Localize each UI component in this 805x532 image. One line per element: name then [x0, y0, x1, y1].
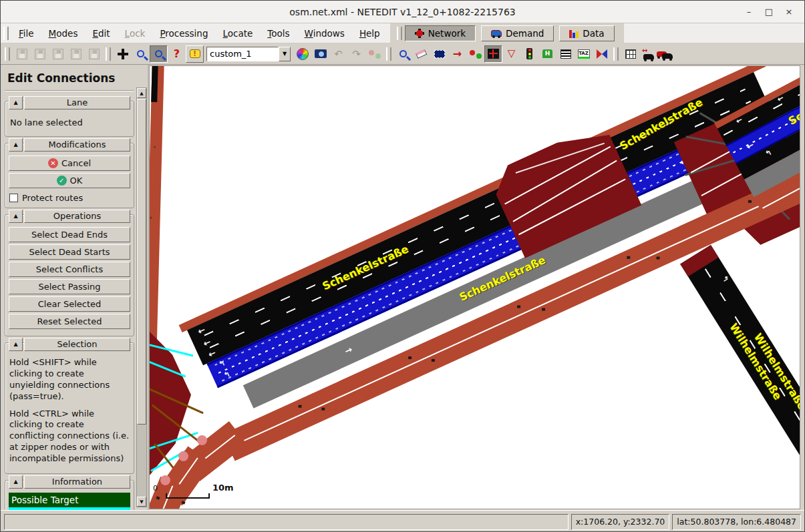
toggle-grid-button[interactable] — [621, 45, 639, 63]
zoom-button[interactable] — [132, 45, 150, 63]
cursor-xy-readout: x:1706.20, y:2332.70 — [571, 514, 670, 530]
menu-file[interactable]: File — [11, 25, 41, 41]
modifications-frame: ▲ Modifications ✕ Cancel ✓ OK Protect ro… — [5, 143, 134, 208]
magnifier-icon — [137, 50, 144, 57]
menu-modes[interactable]: Modes — [41, 25, 86, 41]
select-dead-starts-button[interactable]: Select Dead Starts — [9, 244, 130, 260]
minimize-button[interactable]: – — [740, 5, 758, 19]
mode-prohibition-button[interactable]: ▽ — [502, 45, 520, 63]
select-passing-button[interactable]: Select Passing — [9, 279, 130, 294]
tooltip-toggle-button[interactable]: ! — [186, 45, 204, 63]
ok-check-icon: ✓ — [57, 176, 67, 186]
zoom-style-button[interactable] — [150, 45, 168, 63]
collapse-selection-button[interactable]: ▲ — [9, 338, 23, 351]
taz-icon: TAZ — [578, 49, 590, 59]
mode-shape-button[interactable] — [593, 45, 611, 63]
collapse-lane-button[interactable]: ▲ — [9, 96, 23, 109]
window-title: osm.net.xml - NETEDIT v1_12_0+1082-22157… — [1, 7, 804, 17]
undo-button[interactable]: ↶ — [329, 45, 347, 63]
network-icon — [415, 29, 424, 38]
menu-locate[interactable]: Locate — [215, 25, 260, 41]
legend-source-lane: Source lane — [9, 507, 130, 510]
clear-selected-button[interactable]: Clear Selected — [9, 296, 130, 312]
pan-view-button[interactable] — [114, 45, 132, 63]
close-button[interactable]: × — [780, 5, 798, 19]
network-view-canvas[interactable]: ← ← ← ↰ ↰ ← → — [149, 65, 800, 509]
panel-scrollbar[interactable]: ▲ ▼ — [136, 87, 147, 507]
scrollbar-thumb[interactable] — [137, 99, 146, 425]
junction-node[interactable] — [160, 475, 170, 485]
menu-edit[interactable]: Edit — [85, 25, 117, 41]
information-frame-title[interactable]: Information — [24, 475, 130, 489]
collapse-operations-button[interactable]: ▲ — [9, 210, 23, 223]
select-conflicts-button[interactable]: Select Conflicts — [9, 262, 130, 277]
color-scheme-button[interactable] — [293, 45, 311, 63]
select-dead-ends-button[interactable]: Select Dead Ends — [9, 227, 130, 242]
junction-node[interactable] — [197, 435, 207, 445]
tab-network-label: Network — [428, 28, 466, 39]
mode-move-button[interactable]: → — [448, 45, 466, 63]
menu-tools[interactable]: Tools — [260, 25, 297, 41]
ok-label: OK — [70, 176, 83, 186]
edit-connections-panel: Edit Connections ▲ Lane No lane selected… — [1, 65, 149, 510]
mode-crossing-button[interactable] — [556, 45, 575, 63]
modifications-frame-title[interactable]: Modifications — [24, 138, 130, 152]
redo-icon: ↷ — [352, 48, 361, 60]
mode-additional-button[interactable]: H — [538, 45, 556, 63]
mode-create-edge-button[interactable] — [466, 45, 484, 63]
compute-join-button[interactable] — [365, 45, 383, 63]
combobox-dropdown-button[interactable]: ▼ — [279, 47, 291, 61]
tab-data[interactable]: Data — [559, 25, 614, 41]
view-toolbar-gripper — [106, 47, 111, 61]
edge-type-value[interactable]: custom_1 — [206, 47, 279, 61]
scale-bar-tick — [166, 493, 167, 499]
save-plain-button[interactable] — [31, 45, 49, 63]
save-additionals-button[interactable] — [49, 45, 67, 63]
tab-network[interactable]: Network — [405, 25, 476, 41]
lane-frame: ▲ Lane No lane selected — [5, 101, 134, 137]
junction-node[interactable] — [178, 451, 188, 461]
scroll-down-button[interactable]: ▼ — [137, 497, 146, 507]
scroll-up-button[interactable]: ▲ — [137, 88, 146, 98]
ok-button[interactable]: ✓ OK — [9, 173, 130, 188]
options-toolbar-gripper — [613, 47, 619, 61]
save-network-button[interactable] — [13, 45, 31, 63]
mode-inspect-button[interactable] — [394, 45, 412, 63]
menu-windows[interactable]: Windows — [297, 25, 352, 41]
traffic-light-icon — [526, 48, 532, 59]
cancel-button[interactable]: ✕ Cancel — [9, 156, 130, 171]
protect-routes-checkbox[interactable] — [9, 194, 18, 202]
save-demand-button[interactable] — [67, 45, 85, 63]
menu-lock[interactable]: Lock — [118, 25, 153, 41]
menu-help[interactable]: Help — [352, 25, 387, 41]
lane-frame-title[interactable]: Lane — [24, 96, 130, 109]
tab-demand[interactable]: Demand — [481, 25, 554, 41]
scale-label: 10m — [212, 483, 234, 493]
redo-button[interactable]: ↷ — [347, 45, 365, 63]
mode-traffic-light-button[interactable] — [520, 45, 538, 63]
mode-delete-button[interactable] — [412, 45, 430, 63]
save-data-button[interactable] — [85, 45, 103, 63]
draw-spread-vehicles-button[interactable]: ↔ — [639, 45, 657, 63]
menu-processing[interactable]: Processing — [152, 25, 215, 41]
snapshot-button[interactable] — [311, 45, 329, 63]
collapse-modifications-button[interactable]: ▲ — [9, 138, 23, 152]
selection-frame-title[interactable]: Selection — [24, 338, 130, 351]
mode-taz-button[interactable]: TAZ — [575, 45, 593, 63]
context-help-button[interactable]: ? — [168, 45, 186, 63]
status-message-field — [4, 514, 569, 530]
show-demand-elements-button[interactable] — [657, 45, 675, 63]
operations-frame-title[interactable]: Operations — [24, 210, 130, 223]
mode-select-button[interactable] — [430, 45, 448, 63]
maximize-button[interactable]: □ — [760, 5, 778, 19]
collapse-information-button[interactable]: ▲ — [9, 475, 23, 489]
save-icon — [71, 49, 82, 59]
reset-selected-button[interactable]: Reset Selected — [9, 314, 130, 329]
protect-routes-label: Protect routes — [22, 193, 83, 203]
mode-connection-button[interactable] — [484, 45, 502, 63]
edge-type-combobox[interactable]: custom_1 ▼ — [206, 46, 291, 62]
data-chart-icon — [569, 29, 579, 38]
car-double-arrow-icon: ↔ — [642, 47, 647, 54]
scale-bar — [166, 497, 210, 499]
ctrl-hint-text: Hold <CTRL> while clicking to create con… — [9, 407, 130, 469]
